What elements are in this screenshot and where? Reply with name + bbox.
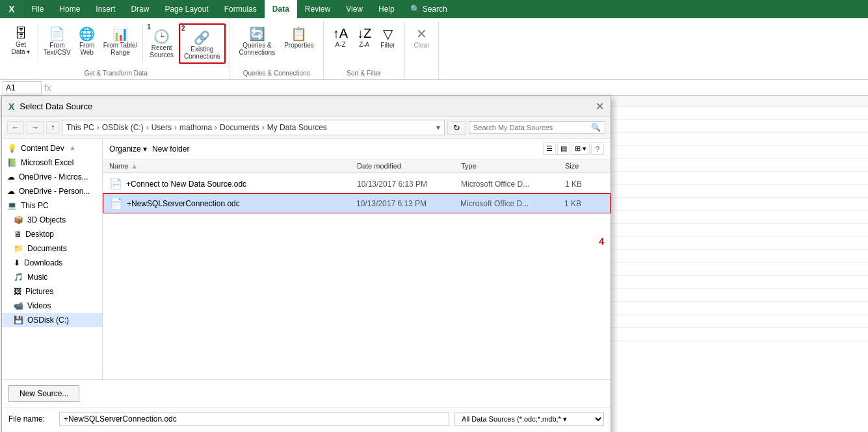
organize-button[interactable]: Organize ▾ (109, 144, 147, 154)
get-data-icon: 🗄 (14, 26, 27, 41)
breadcrumb-item-osdisk: OSDisk (C:) (102, 123, 144, 132)
search-input[interactable] (473, 124, 588, 131)
new-source-button[interactable]: New Source... (8, 385, 79, 402)
nav-item-videos[interactable]: 📹 Videos (2, 299, 102, 313)
menu-insert[interactable]: Insert (88, 0, 123, 18)
from-text-csv-button[interactable]: 📄 From Text/CSV (41, 23, 73, 59)
nav-up-button[interactable]: ↑ (46, 121, 59, 134)
breadcrumb-item-datasources: My Data Sources (267, 123, 327, 132)
nav-pane: 💡 Content Dev ★ 📗 Microsoft Excel ☁ OneD… (2, 139, 103, 379)
nav-item-documents[interactable]: 📁 Documents (2, 241, 102, 256)
ribbon-group-label-clear (410, 77, 434, 78)
dialog-bottom: New Source... File name: All Data Source… (2, 379, 611, 432)
excel-icon: 📗 (7, 158, 17, 167)
select-data-source-dialog: X Select Data Source ✕ ← → ↑ This PC › O… (1, 96, 611, 432)
ribbon-group-clear: ✕ Clear (405, 21, 440, 79)
file-name-selected: +NewSQLServerConnection.odc (127, 199, 356, 208)
menu-help[interactable]: Help (371, 0, 402, 18)
file-item[interactable]: 📄 +Connect to New Data Source.odc 10/13/… (103, 174, 611, 193)
nav-item-desktop[interactable]: 🖥 Desktop (2, 227, 102, 241)
menu-file[interactable]: File (23, 0, 51, 18)
ribbon-group-get-transform: 🗄 Get Data ▾ 📄 From Text/CSV 🌐 From Web … (3, 21, 230, 79)
queries-connections-button[interactable]: 🔄 Queries & Connections (235, 23, 280, 59)
menu-home[interactable]: Home (51, 0, 88, 18)
thispc-icon: 💻 (7, 201, 17, 210)
sort-az-button[interactable]: ↑A A-Z (329, 23, 352, 51)
search-box[interactable]: 🔍 (469, 121, 605, 134)
filter-button[interactable]: ▽ Filter (376, 23, 399, 51)
menu-formulas[interactable]: Formulas (217, 0, 265, 18)
new-folder-button[interactable]: New folder (152, 144, 189, 154)
from-web-button[interactable]: 🌐 From Web (75, 23, 99, 59)
queries-connections-icon: 🔄 (249, 26, 265, 42)
view-large-icons-button[interactable]: ⊞ ▾ (572, 142, 590, 155)
file-odc-icon-2: 📄 (110, 197, 123, 209)
sort-za-button[interactable]: ↓Z Z-A (353, 23, 375, 51)
breadcrumb-sep-2: › (146, 123, 149, 132)
from-web-icon: 🌐 (79, 26, 95, 42)
search-icon: 🔍 (410, 5, 420, 14)
nav-item-osdisk[interactable]: 💾 OSDisk (C:) (2, 313, 102, 327)
nav-item-music[interactable]: 🎵 Music (2, 270, 102, 284)
col-header-size[interactable]: Size (565, 162, 604, 170)
sort-za-icon: ↓Z (357, 26, 371, 41)
col-header-name[interactable]: Name ▲ (109, 162, 357, 170)
from-text-csv-icon: 📄 (49, 26, 65, 42)
content-dev-icon: 💡 (7, 144, 17, 153)
downloads-icon: ⬇ (14, 258, 20, 267)
menu-review[interactable]: Review (297, 0, 338, 18)
existing-connections-button[interactable]: 2 🔗 Existing Connections (179, 23, 226, 64)
file-item-selected[interactable]: 📄 +NewSQLServerConnection.odc 10/13/2017… (103, 193, 611, 213)
menu-data[interactable]: Data (265, 0, 297, 18)
col-header-modified[interactable]: Date modified (357, 162, 461, 170)
filename-input[interactable] (59, 412, 449, 426)
nav-item-pictures[interactable]: 🖼 Pictures (2, 284, 102, 299)
from-table-button[interactable]: 📊 From Table/ Range (101, 23, 140, 59)
properties-icon: 📋 (291, 26, 307, 42)
file-modified-selected: 10/13/2017 6:13 PM (356, 199, 460, 208)
properties-button[interactable]: 📋 Properties (280, 23, 318, 51)
breadcrumb-sep-4: › (215, 123, 217, 132)
menu-view[interactable]: View (338, 0, 371, 18)
filetype-select[interactable]: All Data Sources (*.odc;*.mdb;* ▾ (454, 412, 604, 426)
clear-button[interactable]: ✕ Clear (410, 23, 434, 51)
documents-icon: 📁 (14, 244, 23, 253)
col-header-type[interactable]: Type (461, 162, 565, 170)
file-odc-icon: 📄 (109, 178, 122, 190)
file-list-header: Name ▲ Date modified Type Size (103, 159, 611, 173)
dialog-close-button[interactable]: ✕ (596, 100, 604, 113)
nav-item-3d-objects[interactable]: 📦 3D Objects (2, 213, 102, 227)
nav-item-onedrive-micro[interactable]: ☁ OneDrive - Micros... (2, 170, 102, 184)
get-data-button[interactable]: 🗄 Get Data ▾ (7, 23, 35, 58)
view-details-button[interactable]: ▤ (557, 142, 570, 155)
dialog-titlebar: X Select Data Source ✕ (2, 96, 611, 117)
ribbon-group-label-sort: Sort & Filter (329, 70, 399, 78)
cell-reference[interactable] (3, 81, 42, 94)
search-menu[interactable]: 🔍 Search (402, 0, 455, 18)
nav-item-thispc[interactable]: 💻 This PC (2, 198, 102, 213)
refresh-button[interactable]: ↻ (447, 121, 466, 135)
nav-item-microsoft-excel[interactable]: 📗 Microsoft Excel (2, 155, 102, 170)
breadcrumb-sep-5: › (262, 123, 265, 132)
nav-item-onedrive-person[interactable]: ☁ OneDrive - Person... (2, 184, 102, 198)
help-button[interactable]: ? (591, 142, 604, 155)
nav-back-button[interactable]: ← (7, 121, 24, 134)
file-list: 📄 +Connect to New Data Source.odc 10/13/… (103, 173, 611, 379)
menu-draw[interactable]: Draw (123, 0, 157, 18)
breadcrumb[interactable]: This PC › OSDisk (C:) › Users › mathoma … (62, 120, 445, 135)
nav-forward-button[interactable]: → (27, 121, 44, 134)
breadcrumb-sep-3: › (174, 123, 177, 132)
nav-item-downloads[interactable]: ⬇ Downloads (2, 256, 102, 270)
sort-az-icon: ↑A (333, 26, 348, 41)
breadcrumb-item-thispc: This PC (66, 123, 94, 132)
nav-item-content-dev[interactable]: 💡 Content Dev ★ (2, 141, 102, 155)
ribbon-group-label-get-transform: Get & Transform Data (7, 70, 226, 78)
file-toolbar: Organize ▾ New folder ☰ ▤ ⊞ ▾ ? (103, 139, 611, 159)
breadcrumb-chevron-icon[interactable]: ▾ (436, 123, 440, 132)
view-list-button[interactable]: ☰ (543, 142, 556, 155)
formula-input[interactable] (54, 83, 865, 92)
menu-page-layout[interactable]: Page Layout (157, 0, 216, 18)
formula-bar: fx (0, 80, 868, 96)
recent-sources-button[interactable]: 1 🕒 Recent Sources (146, 23, 178, 61)
breadcrumb-sep-1: › (97, 123, 99, 132)
